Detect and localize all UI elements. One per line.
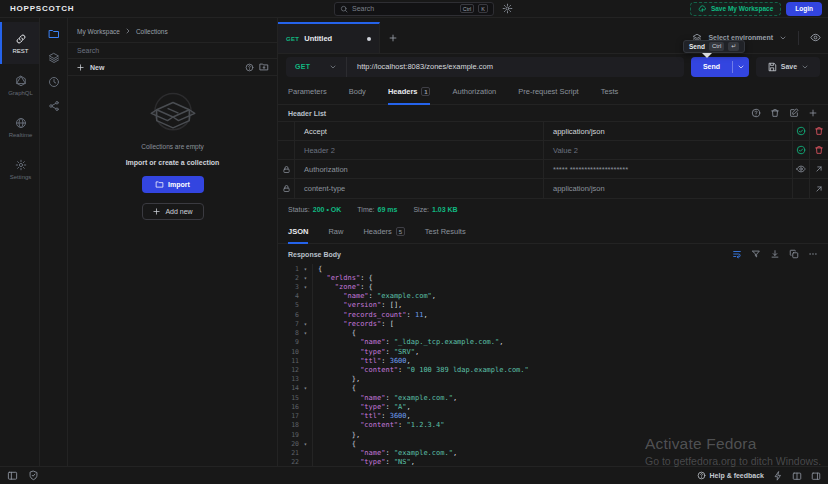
- code-line: 1▾{: [278, 264, 828, 273]
- collections-search-input[interactable]: Search: [68, 42, 277, 59]
- eye-icon[interactable]: [810, 32, 821, 43]
- check-circle-icon[interactable]: [796, 145, 806, 155]
- breadcrumb-workspace[interactable]: My Workspace: [77, 28, 120, 35]
- request-tab-body[interactable]: Body: [349, 79, 366, 104]
- global-search-input[interactable]: Search Ctrl K: [334, 2, 494, 16]
- code-line: 7▾ "records": [: [278, 319, 828, 328]
- trash-icon[interactable]: [770, 108, 780, 118]
- header-action-cell: [810, 122, 828, 140]
- headers-table: Acceptapplication/jsonHeader 2Value 2Aut…: [278, 122, 828, 199]
- fold-arrow-icon[interactable]: ▾: [299, 441, 312, 447]
- send-button[interactable]: Send: [691, 57, 749, 77]
- fold-arrow-icon[interactable]: ▾: [299, 266, 312, 272]
- header-value-field[interactable]: application/json: [544, 122, 793, 140]
- arrow-up-right-icon[interactable]: [814, 184, 824, 194]
- sidebar-item-realtime[interactable]: Realtime: [0, 106, 39, 148]
- panel-right-icon[interactable]: [811, 471, 821, 481]
- eye-icon[interactable]: [796, 164, 806, 174]
- line-number: 18: [278, 421, 299, 429]
- wrap-lines-icon[interactable]: [732, 249, 742, 259]
- tab-label: Raw: [328, 227, 343, 236]
- tooltip-caret: [702, 53, 712, 58]
- fold-arrow-icon[interactable]: ▾: [299, 385, 312, 391]
- sidebar-item-rest[interactable]: REST: [0, 22, 39, 64]
- sidebar-item-settings[interactable]: Settings: [0, 148, 39, 190]
- plus-icon[interactable]: [808, 108, 818, 118]
- request-tab-strip: GET Untitled Select environment: [278, 22, 828, 54]
- new-tab-button[interactable]: [380, 22, 406, 53]
- shield-check-icon[interactable]: [28, 470, 39, 481]
- breadcrumb-collections[interactable]: Collections: [136, 28, 168, 35]
- globe-icon: [15, 117, 27, 129]
- code-text: {: [312, 440, 356, 448]
- method-select[interactable]: GET: [286, 63, 346, 71]
- header-key-field[interactable]: content-type: [295, 179, 544, 198]
- check-circle-icon[interactable]: [796, 126, 806, 136]
- filter-icon[interactable]: [751, 249, 761, 259]
- copy-icon[interactable]: [789, 249, 799, 259]
- sidebar-item-graphql[interactable]: GraphQL: [0, 64, 39, 106]
- header-key-field[interactable]: Authorization: [295, 160, 544, 178]
- header-list-title: Header List: [288, 110, 326, 117]
- folder-import-icon[interactable]: [259, 62, 269, 72]
- code-text: "zone": {: [312, 283, 373, 291]
- header-value-field[interactable]: Value 2: [544, 141, 793, 159]
- line-number: 7: [278, 320, 299, 328]
- download-icon[interactable]: [770, 249, 780, 259]
- save-my-workspace-button[interactable]: Save My Workspace: [690, 2, 781, 16]
- sidebar-toggle-icon[interactable]: [7, 470, 18, 481]
- layers-icon[interactable]: [48, 52, 60, 64]
- header-key-field[interactable]: Header 2: [295, 141, 544, 159]
- header-value-field[interactable]: application/json: [544, 179, 793, 198]
- new-collection-button[interactable]: New: [90, 64, 104, 71]
- time-value: 69 ms: [378, 206, 398, 213]
- request-tab-untitled[interactable]: GET Untitled: [278, 22, 380, 53]
- trash-icon[interactable]: [814, 126, 824, 136]
- more-icon[interactable]: [808, 249, 818, 259]
- add-new-button[interactable]: Add new: [142, 203, 204, 220]
- code-line: 12 "content": "0 100 389 ldap.example.co…: [278, 365, 828, 374]
- import-button[interactable]: Import: [142, 176, 204, 193]
- save-label: Save: [781, 63, 797, 70]
- login-button[interactable]: Login: [786, 2, 822, 16]
- header-action-cell: [793, 179, 810, 198]
- share-icon[interactable]: [48, 100, 60, 112]
- response-tab-test-results[interactable]: Test Results: [425, 220, 466, 243]
- header-row: Header 2Value 2: [278, 141, 828, 160]
- header-action-cell: [810, 160, 828, 178]
- gear-icon[interactable]: [502, 3, 513, 14]
- code-text: "content": "1.2.3.4": [312, 421, 444, 429]
- help-icon[interactable]: [245, 63, 254, 72]
- folder-icon[interactable]: [48, 28, 60, 40]
- columns-icon[interactable]: [792, 471, 802, 481]
- help-feedback-button[interactable]: Help & feedback: [697, 471, 764, 480]
- header-value-field[interactable]: ***** ********************: [544, 160, 793, 178]
- fold-arrow-icon[interactable]: ▾: [299, 321, 312, 327]
- save-button[interactable]: Save: [756, 57, 820, 77]
- header-key-field[interactable]: Accept: [295, 122, 544, 140]
- trash-icon[interactable]: [814, 145, 824, 155]
- response-tab-headers[interactable]: Headers5: [363, 220, 404, 243]
- edit-icon[interactable]: [789, 108, 799, 118]
- arrow-up-right-icon[interactable]: [814, 164, 824, 174]
- fold-arrow-icon[interactable]: ▾: [299, 275, 312, 281]
- request-tab-pre-request-script[interactable]: Pre-request Script: [518, 79, 578, 104]
- clock-icon[interactable]: [48, 76, 60, 88]
- response-tab-json[interactable]: JSON: [288, 220, 308, 243]
- response-json-editor[interactable]: 1▾{2▾ "erldns": {3▾ "zone": {4 "name": "…: [278, 264, 828, 466]
- request-tab-tests[interactable]: Tests: [601, 79, 619, 104]
- line-number: 9: [278, 338, 299, 346]
- request-tab-authorization[interactable]: Authorization: [452, 79, 496, 104]
- request-tab-headers[interactable]: Headers1: [388, 79, 431, 104]
- response-tab-raw[interactable]: Raw: [328, 220, 343, 243]
- url-input[interactable]: http://localhost:8083/zones/example.com: [347, 62, 503, 71]
- response-section-tabs: JSONRawHeaders5Test Results: [278, 220, 828, 244]
- fold-arrow-icon[interactable]: ▾: [299, 284, 312, 290]
- size-label: Size:: [413, 206, 429, 213]
- fold-arrow-icon[interactable]: ▾: [299, 330, 312, 336]
- zap-icon[interactable]: [773, 471, 783, 481]
- save-my-workspace-label: Save My Workspace: [711, 5, 773, 12]
- help-icon[interactable]: [751, 108, 761, 118]
- request-tab-parameters[interactable]: Parameters: [288, 79, 327, 104]
- header-action-cell: [793, 122, 810, 140]
